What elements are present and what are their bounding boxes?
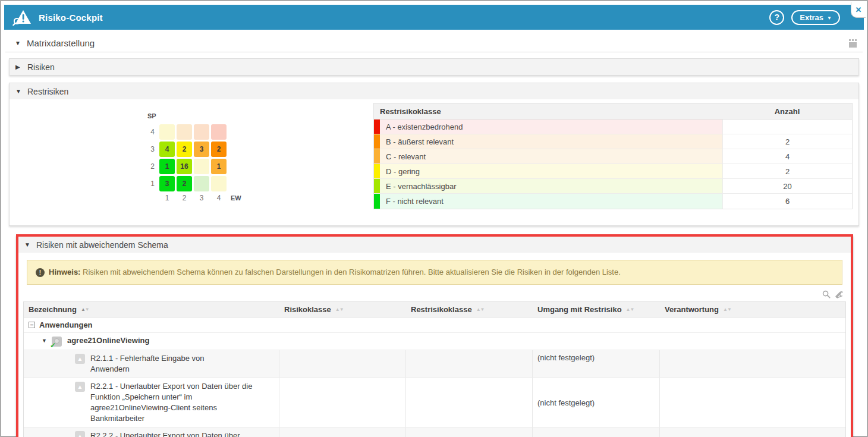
warning-triangle-glyph: ▲ [77,433,83,437]
matrix-cell[interactable]: 2 [211,142,227,157]
risk-warning-icon: ▲ [75,354,85,364]
group-row-anwendungen[interactable]: – Anwendungen [24,317,845,333]
column-header-bezeichnung[interactable]: Bezeichnung ▲▼ [24,302,279,317]
search-icon[interactable] [822,290,831,298]
panel-risiken-label: Risiken [27,62,55,72]
table-row[interactable]: ▲ R2.2.2 - Unerlaubter Export von Daten … [24,427,845,437]
matrix-cell[interactable] [159,124,175,140]
matrix-cell[interactable] [194,124,209,140]
table-row: B - äußerst relevant 2 [374,134,852,149]
caret-down-icon: ▼ [15,88,23,95]
matrix-x-tick: 2 [177,194,194,203]
sort-icons[interactable]: ▲▼ [723,307,731,312]
class-count: 6 [722,194,852,209]
caret-down-icon: ▼ [24,241,32,248]
matrix-cell[interactable]: 4 [159,142,175,157]
class-label: B - äußerst relevant [380,134,722,149]
info-icon: ! [36,268,45,277]
caret-down-icon: ▼ [15,40,22,46]
section-matrixdarstellung[interactable]: ▼ Matrixdarstellung [5,34,863,52]
table-row: F - nicht relevant 6 [374,194,852,209]
grid-toolbar [18,288,851,300]
matrix-cell[interactable]: 1 [159,159,175,174]
hint-text: Hinweis: Risiken mit abweichendem Schema… [49,268,621,276]
table-row: A - existenzbedrohend [374,120,852,134]
wrench-icon[interactable] [835,290,844,298]
app-window: Risiko-Cockpit ? Extras ▼ ✕ ▼ Matrixdars… [0,0,868,437]
panel-restrisiken-header[interactable]: ▼ Restrisiken [10,83,858,99]
cell-umgang: (nicht festgelegt) [532,427,659,437]
matrix-x-tick: 1 [159,194,177,203]
matrix-cell[interactable] [211,124,227,140]
sort-icons[interactable]: ▲▼ [626,307,634,312]
matrix-cell[interactable]: 3 [159,176,175,191]
sort-icons[interactable]: ▲▼ [335,307,344,312]
table-row[interactable]: ▲ R2.1.1 - Fehlerhafte Eingabe von Anwen… [24,350,845,378]
panel-risiken: ▶ Risiken [9,58,859,76]
tree-caret-down-icon[interactable]: ▼ [42,338,47,344]
matrix-row: 4 [146,124,241,140]
risk-grid: Bezeichnung ▲▼ Risikoklasse ▲▼ Restrisik… [23,301,846,437]
sort-desc-icon: ▼ [480,307,485,312]
matrix-x-axis-label: EW [231,194,241,203]
layout-panel-icon[interactable] [847,39,859,48]
panel-abweichend-header[interactable]: ▼ Risiken mit abweichendem Schema [18,237,851,253]
matrix-tick-spacer [146,194,159,203]
matrix-row: 3 4 2 3 2 [146,142,241,157]
collapse-icon[interactable]: – [29,322,35,328]
matrix-cell[interactable] [211,176,227,191]
column-header-restrisikoklasse[interactable]: Restrisikoklasse ▲▼ [405,302,532,317]
sort-icons[interactable]: ▲▼ [81,307,89,312]
risk-matrix: SP 4 3 4 2 3 2 [146,112,241,203]
matrix-row: 2 1 16 1 [146,159,241,174]
column-header-risikoklasse[interactable]: Risikoklasse ▲▼ [279,302,405,317]
cell-risikoklasse [279,427,405,437]
panel-restrisiken-body: SP 4 3 4 2 3 2 [10,99,858,225]
table-row: D - gering 2 [374,164,852,179]
risk-title: R2.1.1 - Fehlerhafte Eingabe von Anwende… [90,353,274,375]
column-header-anzahl: Anzahl [722,103,852,119]
matrix-y-tick: 3 [146,145,159,153]
sort-asc-icon: ▲ [335,307,339,312]
sort-asc-icon: ▲ [81,307,85,312]
class-color-bar [374,194,380,209]
title-bar: Risiko-Cockpit ? Extras ▼ [4,5,864,30]
subgroup-label: agree21OnlineViewing [67,336,149,345]
matrix-cell[interactable]: 1 [211,159,227,174]
column-header-umgang[interactable]: Umgang mit Restrisiko ▲▼ [532,302,659,317]
column-label: Verantwortung [665,305,719,314]
class-label: D - gering [380,164,722,178]
matrix-cell[interactable]: 2 [177,142,192,157]
cell-umgang: (nicht festgelegt) [532,378,659,427]
risk-warning-icon: ▲ [75,382,85,392]
column-header-verantwortung[interactable]: Verantwortung ▲▼ [659,302,845,317]
panel-restrisiken: ▼ Restrisiken SP 4 3 4 [9,83,859,226]
matrix-cell[interactable] [177,124,192,140]
matrix-cell[interactable] [194,176,209,191]
matrix-cell[interactable]: 16 [177,159,192,174]
sort-desc-icon: ▼ [339,307,344,312]
panel-abweichend-label: Risiken mit abweichendem Schema [36,240,168,250]
class-label: F - nicht relevant [380,194,722,209]
column-label: Restrisikoklasse [411,305,472,314]
extras-menu-button[interactable]: Extras ▼ [791,10,840,25]
cell-restrisikoklasse [405,350,532,378]
matrix-row: 1 3 2 [146,176,241,191]
sort-icons[interactable]: ▲▼ [476,307,485,312]
subgroup-row-agree21onlineviewing[interactable]: ▼ ✓ agree21OnlineViewing [24,333,845,350]
subgroup-cell: ▼ ✓ agree21OnlineViewing [24,333,845,350]
panel-risiken-header[interactable]: ▶ Risiken [10,59,858,75]
matrix-cell[interactable]: 2 [177,176,192,191]
risk-title: R2.2.2 - Unerlaubter Export von Daten üb… [90,430,274,437]
extras-label: Extras [800,13,823,22]
help-button[interactable]: ? [769,10,784,25]
table-row[interactable]: ▲ R2.2.1 - Unerlaubter Export von Daten … [24,378,845,427]
column-header-restrisikoklasse: Restrisikoklasse [374,103,722,119]
sort-desc-icon: ▼ [727,307,731,312]
matrix-cell[interactable] [194,159,209,174]
risk-title: R2.2.1 - Unerlaubter Export von Daten üb… [90,381,274,424]
matrix-cell[interactable]: 3 [194,142,209,157]
close-button[interactable]: ✕ [851,2,866,18]
group-cell: – Anwendungen [24,317,845,332]
cell-restrisikoklasse [405,427,532,437]
